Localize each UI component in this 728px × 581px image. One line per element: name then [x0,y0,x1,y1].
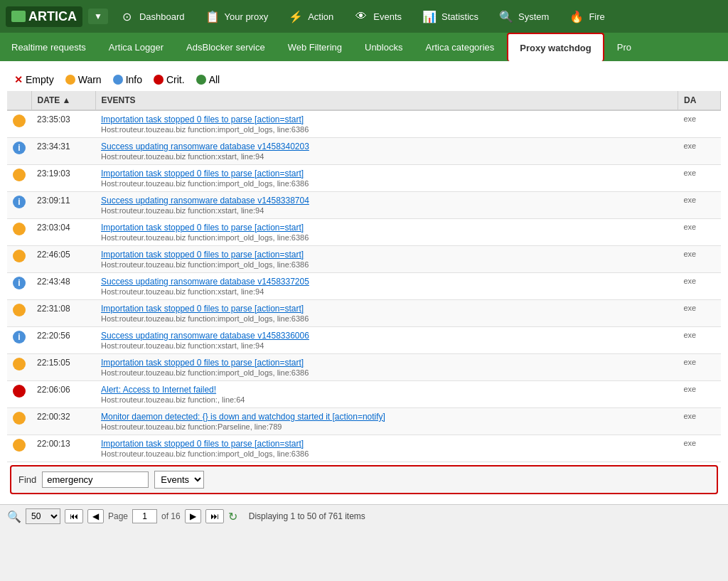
nav-your-proxy[interactable]: 📋 Your proxy [196,4,277,28]
warn-icon [13,304,26,316]
row-da: exe [678,110,721,138]
table-row: i22:43:48Success updating ransomware dat… [7,273,721,300]
filter-crit[interactable]: Crit. [154,74,185,85]
event-link[interactable]: Success updating ransomware database v14… [101,196,673,206]
info-icon: i [13,142,26,154]
system-icon: 🔍 [498,9,514,24]
row-events: Importation task stopped 0 files to pars… [95,246,678,273]
row-date: 22:15:05 [31,354,95,381]
action-icon: ⚡ [288,9,304,24]
statistics-icon: 📊 [422,9,437,24]
event-link[interactable]: Importation task stopped 0 files to pars… [101,169,673,178]
tab-unblocks[interactable]: Unblocks [353,33,414,61]
find-bar: Find Events All Warn Info Crit [10,465,718,494]
event-link[interactable]: Monitor daemon detected: {} is down and … [101,412,673,422]
row-icon-cell [7,246,31,273]
filter-all-label: All [209,74,220,85]
table-row: i23:09:11Success updating ransomware dat… [7,192,721,219]
event-link[interactable]: Importation task stopped 0 files to pars… [101,223,673,233]
event-sub-text: Host:routeur.touzeau.biz function:import… [101,233,673,242]
event-link[interactable]: Importation task stopped 0 files to pars… [101,304,673,314]
table-row: 23:19:03Importation task stopped 0 files… [7,165,721,192]
warn-icon [13,412,26,425]
event-link[interactable]: Importation task stopped 0 files to pars… [101,439,673,449]
row-date: 22:31:08 [31,300,95,327]
row-da: exe [678,138,721,165]
first-page-button[interactable]: ⏮ [65,509,83,523]
row-date: 23:34:31 [31,138,95,165]
filter-empty[interactable]: ✕ Empty [14,74,54,85]
nav-statistics[interactable]: 📊 Statistics [413,4,487,28]
filter-warn[interactable]: Warn [65,74,102,85]
filter-all[interactable]: All [196,74,220,85]
event-link[interactable]: Importation task stopped 0 files to pars… [101,114,673,124]
row-events: Monitor daemon detected: {} is down and … [95,408,678,435]
top-dropdown-arrow[interactable]: ▼ [88,9,108,24]
filter-empty-label: Empty [26,74,54,85]
page-input[interactable] [132,509,157,523]
filter-info-label: Info [126,74,142,85]
table-header-row: DATE ▲ EVENTS DA [7,91,721,110]
tab-pro[interactable]: Pro [606,33,643,61]
last-page-button[interactable]: ⏭ [205,509,224,523]
warn-icon [13,114,26,127]
dashboard-icon: ⊙ [119,9,135,24]
row-da: exe [678,408,721,435]
event-link[interactable]: Importation task stopped 0 files to pars… [101,358,673,368]
all-dot-icon [196,75,206,85]
per-page-select[interactable]: 50 25 100 [26,508,60,524]
main-content: ✕ Empty Warn Info Crit. All DATE ▲ EVENT… [0,61,728,504]
events-table: DATE ▲ EVENTS DA 23:35:03Importation tas… [7,91,721,462]
event-sub-text: Host:routeur.touzeau.biz function:, line… [101,395,673,404]
event-sub-text: Host:routeur.touzeau.biz function:import… [101,314,673,323]
refresh-button[interactable]: ↻ [228,510,237,523]
event-link[interactable]: Importation task stopped 0 files to pars… [101,250,673,260]
tab-realtime-requests[interactable]: Realtime requests [0,33,97,61]
event-link[interactable]: Success updating ransomware database v14… [101,142,673,151]
row-events: Success updating ransomware database v14… [95,273,678,300]
logo: ARTICA [6,6,82,27]
table-row: 22:06:06Alert: Access to Internet failed… [7,381,721,408]
nav-dashboard-label: Dashboard [139,11,185,22]
tab-adsblocker[interactable]: AdsBlocker service [175,33,277,61]
nav-system[interactable]: 🔍 System [490,4,557,28]
event-link[interactable]: Success updating ransomware database v14… [101,277,673,287]
tab-artica-categories[interactable]: Artica categories [414,33,505,61]
row-events: Importation task stopped 0 files to pars… [95,165,678,192]
next-page-button[interactable]: ▶ [185,509,201,523]
display-info: Displaying 1 to 50 of 761 items [249,511,365,521]
tab-artica-logger[interactable]: Artica Logger [97,33,175,61]
event-link[interactable]: Success updating ransomware database v14… [101,331,673,341]
top-navigation: ARTICA ▼ ⊙ Dashboard 📋 Your proxy ⚡ Acti… [0,0,728,33]
nav-dashboard[interactable]: ⊙ Dashboard [111,4,193,28]
search-button[interactable]: 🔍 [7,510,21,523]
info-dot-icon [113,75,123,85]
warn-icon [13,169,26,181]
tab-web-filtering[interactable]: Web Filtering [277,33,353,61]
row-events: Importation task stopped 0 files to pars… [95,219,678,246]
nav-action[interactable]: ⚡ Action [279,4,342,28]
row-events: Success updating ransomware database v14… [95,327,678,354]
row-events: Alert: Access to Internet failed!Host:ro… [95,381,678,408]
find-category-select[interactable]: Events All Warn Info Crit [154,471,204,489]
nav-fire[interactable]: 🔥 Fire [560,4,613,28]
row-da: exe [678,273,721,300]
table-row: 23:35:03Importation task stopped 0 files… [7,110,721,138]
row-date: 23:19:03 [31,165,95,192]
tab-proxy-watchdog[interactable]: Proxy watchdog [507,33,604,61]
table-row: 22:00:13Importation task stopped 0 files… [7,435,721,462]
nav-action-label: Action [308,11,333,22]
find-input[interactable] [42,471,149,488]
prev-page-button[interactable]: ◀ [87,509,104,523]
row-da: exe [678,300,721,327]
row-icon-cell [7,165,31,192]
filter-info[interactable]: Info [113,74,142,85]
nav-events[interactable]: 👁 Events [345,4,410,28]
row-da: exe [678,165,721,192]
row-events: Importation task stopped 0 files to pars… [95,110,678,138]
nav-your-proxy-label: Your proxy [225,11,269,22]
event-link[interactable]: Alert: Access to Internet failed! [101,385,673,395]
crit-icon [13,385,26,398]
second-navigation: Realtime requests Artica Logger AdsBlock… [0,33,728,61]
event-sub-text: Host:routeur.touzeau.biz function:import… [101,125,673,134]
